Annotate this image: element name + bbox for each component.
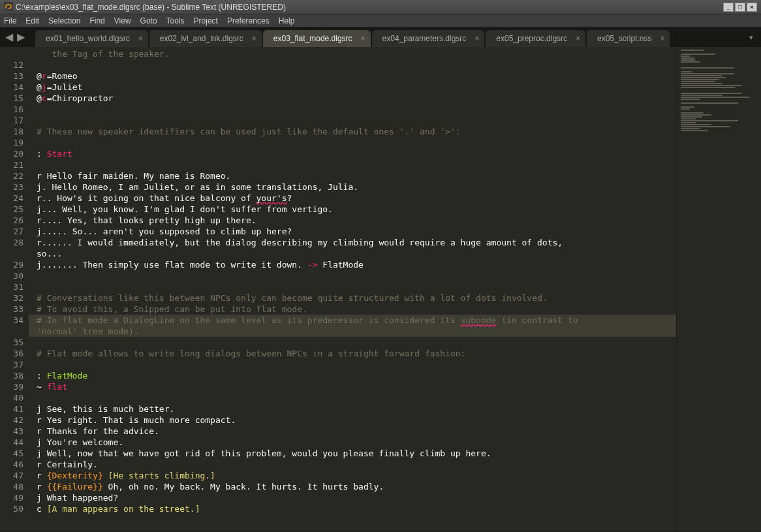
tab-menu-icon[interactable]: ▾ [749,33,753,42]
tab-ex01_hello_world-dlgsrc[interactable]: ex01_hello_world.dlgsrc× [35,30,148,47]
menu-selection[interactable]: Selection [48,16,80,25]
code-line[interactable]: r {{Failure}} Oh, oh no. My back. My bac… [37,481,676,492]
tab-close-icon[interactable]: × [660,34,664,43]
code-line[interactable]: so... [37,248,676,259]
code-line[interactable]: r Yes right. That is much more compact. [37,415,676,426]
menu-project[interactable]: Project [194,16,218,25]
code-line[interactable] [37,159,676,170]
code-line[interactable]: # In flat mode a DialogLine on the same … [29,315,676,326]
menu-goto[interactable]: Goto [140,16,157,25]
tab-label: ex02_lvl_and_lnk.dlgsrc [160,34,243,43]
title-bar: C:\examples\ex03_flat_mode.dlgsrc (base)… [0,0,761,14]
code-line[interactable] [37,137,676,148]
code-line[interactable] [37,115,676,126]
code-line[interactable]: # These new speaker identifiers can be u… [37,126,676,137]
tab-close-icon[interactable]: × [361,34,365,43]
code-line[interactable] [37,281,676,292]
code-line[interactable]: j See, this is much better. [37,403,676,415]
svg-rect-0 [4,2,13,11]
menu-help[interactable]: Help [279,16,295,25]
editor-area: 1213141516171819202122232425262728293031… [0,47,761,531]
window-title: C:\examples\ex03_flat_mode.dlgsrc (base)… [16,3,722,12]
minimize-button[interactable]: _ [723,3,734,12]
tab-close-icon[interactable]: × [252,34,256,43]
tab-label: ex01_hello_world.dlgsrc [46,34,130,43]
code-line[interactable]: # Conversations like this between NPCs o… [37,292,676,304]
tab-close-icon[interactable]: × [474,34,479,43]
code-line[interactable] [37,270,676,281]
tab-label: ex03_flat_mode.dlgsrc [273,34,352,43]
menu-bar: FileEditSelectionFindViewGotoToolsProjec… [0,14,761,27]
code-line[interactable]: j What happened? [37,492,676,503]
maximize-button[interactable]: □ [735,3,745,12]
code-line[interactable] [37,104,676,115]
menu-tools[interactable]: Tools [166,16,185,25]
menu-find[interactable]: Find [89,16,104,25]
code-line[interactable]: : FlatMode [37,370,676,381]
tab-close-icon[interactable]: × [138,34,143,43]
tab-ex04_parameters-dlgsrc[interactable]: ex04_parameters.dlgsrc× [372,30,485,47]
tab-label: ex04_parameters.dlgsrc [382,34,467,43]
code-line[interactable] [37,392,676,403]
code-line[interactable]: @j=Juliet [37,82,676,93]
menu-preferences[interactable]: Preferences [227,16,270,25]
tab-nav-right-icon[interactable]: ▶ [17,31,25,43]
code-line[interactable]: j You're welcome. [37,437,676,448]
code-line[interactable]: j Well, now that we have got rid of this… [37,448,676,459]
minimap[interactable] [676,47,761,531]
tab-ex05_script-nss[interactable]: ex05_script.nss× [587,30,670,47]
code-line[interactable]: # Flat mode allows to write long dialogs… [37,348,676,359]
code-line[interactable]: @c=Chiropractor [37,93,676,104]
tab-bar: ◀ ▶ ex01_hello_world.dlgsrc×ex02_lvl_and… [0,27,761,47]
code-line[interactable]: the Tag of the speaker. [37,48,676,59]
app-icon [4,2,16,12]
menu-file[interactable]: File [4,16,16,25]
tab-ex05_preproc-dlgsrc[interactable]: ex05_preproc.dlgsrc× [486,30,585,47]
tab-nav-left-icon[interactable]: ◀ [5,31,13,43]
code-line[interactable]: ~ flat [37,381,676,392]
code-line[interactable]: r Hello fair maiden. My name is Romeo. [37,170,676,181]
code-line[interactable]: r...... I would immediately, but the dia… [37,237,676,248]
tab-label: ex05_preproc.dlgsrc [496,34,567,43]
code-line[interactable] [37,337,676,348]
code-line[interactable]: # To avoid this, a Snipped can be put in… [37,304,676,315]
tab-label: ex05_script.nss [597,34,651,43]
menu-edit[interactable]: Edit [25,16,39,25]
code-line[interactable]: j..... So... aren't you supposed to clim… [37,226,676,237]
code-line[interactable]: @r=Romeo [37,70,676,82]
code-line[interactable]: j... Well, you know. I'm glad I don't su… [37,204,676,215]
code-line[interactable]: j....... Then simply use flat mode to wr… [37,259,676,270]
code-line[interactable]: r.... Yes, that looks pretty high up the… [37,215,676,226]
menu-view[interactable]: View [114,16,131,25]
code-line[interactable]: r.. How's it going on that nice balcony … [37,193,676,204]
code-line[interactable]: j. Hello Romeo, I am Juliet, or as in so… [37,181,676,193]
code-line[interactable] [37,59,676,70]
code-line[interactable] [37,359,676,370]
code-line[interactable]: r Certainly. [37,459,676,470]
close-button[interactable]: × [747,3,757,12]
tab-close-icon[interactable]: × [576,34,580,43]
tab-ex02_lvl_and_lnk-dlgsrc[interactable]: ex02_lvl_and_lnk.dlgsrc× [149,30,262,47]
code-line[interactable]: : Start [37,148,676,159]
code-line[interactable]: c [A man appears on the street.] [37,503,676,514]
tab-ex03_flat_mode-dlgsrc[interactable]: ex03_flat_mode.dlgsrc× [263,30,371,47]
code-line[interactable]: r Thanks for the advice. [37,426,676,437]
code-editor[interactable]: the Tag of the speaker.@r=Romeo@j=Juliet… [29,47,676,531]
gutter: 1213141516171819202122232425262728293031… [0,47,29,531]
code-line[interactable]: 'normal' tree mode). [29,326,676,337]
code-line[interactable]: r {Dexterity} [He starts climbing.] [37,470,676,481]
